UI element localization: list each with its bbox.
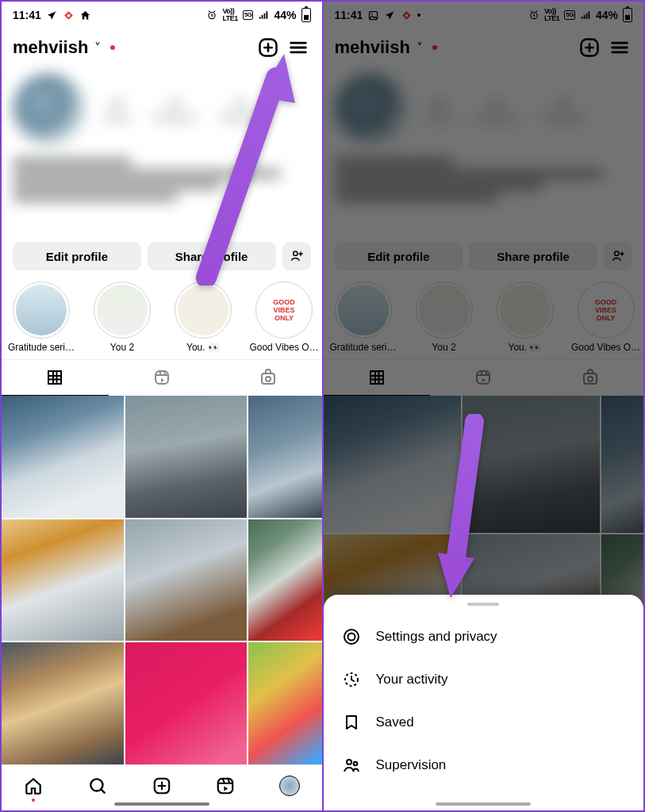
tab-reels[interactable]: [109, 360, 216, 396]
post-thumbnail[interactable]: [248, 396, 321, 518]
share-profile-button[interactable]: Share profile: [148, 242, 276, 270]
menu-item-label: Settings and privacy: [376, 629, 497, 645]
alarm-icon: [206, 10, 217, 21]
edit-profile-button[interactable]: Edit profile: [335, 242, 463, 270]
bookmark-icon: [341, 712, 362, 733]
nav-home[interactable]: [22, 775, 44, 797]
nav-search[interactable]: [86, 775, 109, 797]
highlight-item[interactable]: You. 👀: [168, 282, 238, 353]
menu-item-label: Saved: [376, 714, 414, 730]
tab-posts-grid[interactable]: [2, 360, 109, 396]
telegram-icon: [46, 10, 58, 21]
post-thumbnail[interactable]: [2, 519, 124, 642]
profile-actions: Edit profile Share profile: [324, 237, 644, 278]
svg-rect-18: [477, 371, 490, 384]
status-time: 11:41: [335, 9, 363, 21]
nav-create[interactable]: [151, 775, 173, 797]
svg-point-7: [266, 377, 271, 381]
svg-point-21: [344, 630, 359, 644]
highlight-item[interactable]: You. 👀: [490, 282, 560, 353]
share-profile-button[interactable]: Share profile: [469, 242, 597, 270]
svg-point-1: [67, 13, 70, 17]
svg-point-22: [347, 634, 355, 641]
highlight-item[interactable]: Gratitude seri…: [6, 282, 76, 353]
post-thumbnail[interactable]: [2, 396, 124, 518]
svg-point-20: [588, 377, 593, 381]
more-notifications-dot: [417, 13, 420, 17]
signal-icon: [258, 10, 269, 21]
chevron-down-icon[interactable]: ˅: [94, 40, 101, 56]
post-thumbnail[interactable]: [125, 396, 248, 518]
battery-percent: 44%: [596, 9, 618, 21]
status-bar: 11:41 Vo))LTE1 5G: [2, 2, 322, 29]
profile-content-tabs: [324, 359, 644, 396]
profile-info-blurred: •••Posts •••Followers •••Following: [2, 67, 322, 237]
chevron-down-icon[interactable]: ˅: [417, 40, 423, 56]
post-thumbnail[interactable]: [125, 519, 248, 642]
telegram-icon: [384, 10, 396, 21]
post-thumbnail[interactable]: [2, 642, 124, 764]
svg-point-4: [293, 251, 297, 255]
hamburger-menu-button[interactable]: [607, 35, 632, 60]
highlight-item[interactable]: You 2: [409, 282, 479, 353]
supervision-icon: [341, 755, 362, 776]
post-thumbnail[interactable]: [248, 519, 321, 642]
profile-info-blurred: •••Posts •••Followers •••Following: [324, 67, 644, 237]
nav-profile[interactable]: [278, 775, 301, 797]
signal-icon: [580, 10, 591, 21]
menu-item-supervision[interactable]: Supervision: [324, 744, 644, 787]
battery-icon: [301, 8, 311, 22]
network-5g-badge: 5G: [564, 10, 575, 20]
status-time: 11:41: [13, 9, 41, 21]
post-thumbnail[interactable]: [601, 396, 644, 533]
svg-rect-19: [584, 373, 597, 384]
discover-people-button[interactable]: [282, 242, 311, 270]
highlight-item[interactable]: You 2: [87, 282, 157, 353]
red-diamond-icon: [401, 10, 413, 21]
gear-icon: [341, 626, 362, 647]
menu-item-saved[interactable]: Saved: [324, 701, 644, 744]
tab-tagged[interactable]: [215, 360, 322, 396]
profile-header: mehviish ˅: [324, 29, 644, 67]
highlight-item[interactable]: GOODVIBESONLY Good Vibes O…: [571, 282, 641, 353]
sheet-drag-handle[interactable]: [467, 603, 499, 606]
story-highlights: Gratitude seri… You 2 You. 👀 GOODVIBESON…: [324, 278, 644, 359]
edit-profile-button[interactable]: Edit profile: [13, 242, 141, 270]
post-thumbnail[interactable]: [248, 642, 321, 764]
svg-point-17: [615, 251, 619, 255]
tab-tagged[interactable]: [537, 360, 644, 396]
alarm-icon: [528, 10, 539, 21]
story-highlights: Gratitude seri… You 2 You. 👀 GOODVIBESON…: [2, 278, 322, 359]
profile-username[interactable]: mehviish: [13, 37, 88, 58]
menu-item-settings[interactable]: Settings and privacy: [324, 615, 644, 658]
post-thumbnail[interactable]: [463, 396, 600, 533]
network-5g-badge: 5G: [243, 10, 254, 20]
nav-reels[interactable]: [214, 775, 236, 797]
profile-username[interactable]: mehviish: [335, 37, 410, 58]
post-thumbnail[interactable]: [324, 396, 461, 533]
svg-rect-10: [218, 778, 232, 792]
svg-point-24: [347, 760, 351, 764]
menu-item-label: Supervision: [376, 757, 447, 773]
profile-actions: Edit profile Share profile: [2, 237, 322, 278]
android-gesture-bar: [436, 802, 531, 806]
tab-reels[interactable]: [430, 360, 537, 396]
tab-posts-grid[interactable]: [324, 360, 431, 396]
hamburger-menu-button[interactable]: [286, 35, 311, 60]
battery-icon: [623, 8, 632, 22]
gallery-status-icon: [367, 10, 379, 21]
highlight-item[interactable]: Gratitude seri…: [328, 282, 398, 353]
red-diamond-icon: [63, 10, 75, 21]
highlight-item[interactable]: GOODVIBESONLY Good Vibes O…: [249, 282, 319, 353]
svg-point-14: [405, 13, 409, 17]
create-post-button[interactable]: [577, 35, 602, 60]
menu-item-activity[interactable]: Your activity: [324, 658, 644, 701]
activity-icon: [341, 669, 362, 690]
home-status-icon: [79, 10, 91, 21]
profile-avatar[interactable]: [13, 73, 86, 146]
network-lte-label: Vo))LTE1: [544, 8, 559, 22]
discover-people-button[interactable]: [604, 242, 632, 270]
post-thumbnail[interactable]: [125, 642, 248, 764]
create-post-button[interactable]: [255, 35, 281, 60]
status-bar: 11:41 Vo))LTE1 5G: [324, 2, 644, 29]
